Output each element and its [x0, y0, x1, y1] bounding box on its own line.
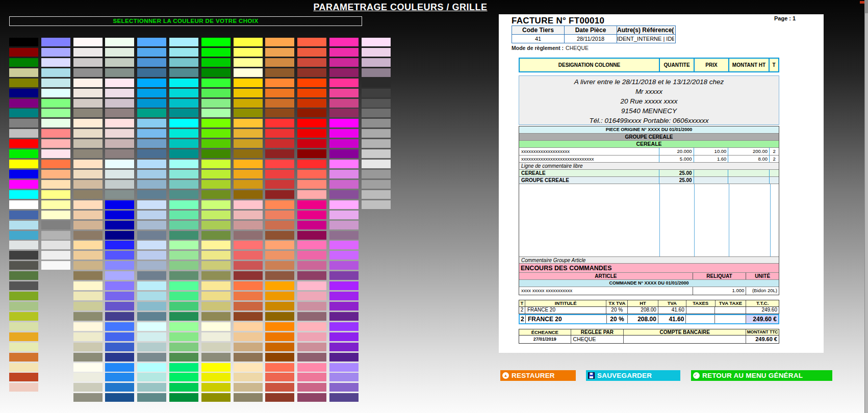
color-swatch[interactable]	[137, 99, 166, 108]
color-swatch[interactable]	[169, 170, 198, 178]
color-swatch[interactable]	[137, 48, 166, 57]
color-swatch[interactable]	[169, 48, 198, 57]
color-swatch[interactable]	[137, 200, 166, 209]
color-swatch[interactable]	[265, 292, 294, 300]
color-swatch[interactable]	[137, 292, 166, 300]
color-swatch[interactable]	[9, 119, 38, 127]
color-swatch[interactable]	[9, 89, 38, 97]
color-swatch[interactable]	[105, 221, 134, 229]
color-swatch[interactable]	[234, 393, 263, 402]
color-swatch[interactable]	[234, 373, 263, 381]
color-swatch[interactable]	[362, 190, 391, 199]
color-swatch[interactable]	[201, 119, 231, 127]
color-swatch[interactable]	[329, 292, 359, 300]
color-swatch[interactable]	[73, 251, 103, 260]
color-swatch[interactable]	[265, 190, 294, 199]
color-swatch[interactable]	[105, 160, 134, 168]
color-swatch[interactable]	[137, 261, 166, 270]
color-swatch[interactable]	[169, 271, 198, 280]
color-swatch[interactable]	[169, 149, 198, 158]
color-swatch[interactable]	[234, 292, 263, 300]
color-swatch[interactable]	[73, 343, 103, 351]
color-swatch[interactable]	[234, 363, 263, 372]
color-swatch[interactable]	[137, 353, 166, 362]
color-swatch[interactable]	[329, 139, 359, 148]
color-swatch[interactable]	[201, 332, 231, 341]
color-swatch[interactable]	[265, 393, 294, 402]
color-swatch[interactable]	[201, 322, 231, 331]
color-swatch[interactable]	[234, 383, 263, 392]
color-swatch[interactable]	[105, 170, 134, 178]
color-swatch[interactable]	[329, 160, 359, 168]
color-swatch[interactable]	[9, 190, 38, 199]
color-swatch[interactable]	[297, 363, 326, 372]
color-swatch[interactable]	[201, 68, 231, 77]
color-swatch[interactable]	[265, 170, 294, 178]
color-swatch[interactable]	[362, 180, 391, 189]
color-swatch[interactable]	[73, 281, 103, 290]
color-swatch[interactable]	[137, 38, 166, 46]
color-swatch[interactable]	[201, 281, 231, 290]
color-swatch[interactable]	[73, 261, 103, 270]
color-swatch[interactable]	[73, 149, 103, 158]
color-swatch[interactable]	[73, 160, 103, 168]
color-swatch[interactable]	[9, 241, 38, 249]
color-swatch[interactable]	[329, 261, 359, 270]
color-swatch[interactable]	[105, 58, 134, 67]
color-swatch[interactable]	[73, 393, 103, 402]
color-swatch[interactable]	[73, 119, 103, 127]
color-swatch[interactable]	[9, 200, 38, 209]
color-swatch[interactable]	[169, 251, 198, 260]
color-swatch[interactable]	[201, 251, 231, 260]
color-swatch[interactable]	[362, 58, 391, 67]
color-swatch[interactable]	[41, 231, 70, 240]
color-swatch[interactable]	[297, 231, 326, 240]
color-swatch[interactable]	[234, 129, 263, 138]
color-swatch[interactable]	[329, 200, 359, 209]
color-swatch[interactable]	[137, 190, 166, 199]
color-swatch[interactable]	[73, 58, 103, 67]
color-swatch[interactable]	[41, 241, 70, 249]
color-swatch[interactable]	[9, 170, 38, 178]
color-swatch[interactable]	[41, 200, 70, 209]
color-swatch[interactable]	[329, 353, 359, 362]
color-swatch[interactable]	[201, 89, 231, 97]
color-swatch[interactable]	[169, 332, 198, 341]
color-swatch[interactable]	[297, 58, 326, 67]
color-swatch[interactable]	[329, 332, 359, 341]
color-swatch[interactable]	[265, 180, 294, 189]
color-swatch[interactable]	[297, 281, 326, 290]
color-swatch[interactable]	[297, 271, 326, 280]
color-swatch[interactable]	[234, 149, 263, 158]
color-swatch[interactable]	[137, 332, 166, 341]
color-swatch[interactable]	[137, 322, 166, 331]
color-swatch[interactable]	[73, 170, 103, 178]
color-swatch[interactable]	[73, 129, 103, 138]
color-swatch[interactable]	[9, 251, 38, 260]
color-swatch[interactable]	[169, 221, 198, 229]
color-swatch[interactable]	[169, 129, 198, 138]
color-swatch[interactable]	[169, 109, 198, 117]
color-swatch[interactable]	[105, 109, 134, 117]
color-swatch[interactable]	[362, 160, 391, 168]
color-swatch[interactable]	[265, 353, 294, 362]
color-swatch[interactable]	[9, 129, 38, 138]
color-swatch[interactable]	[137, 149, 166, 158]
color-swatch[interactable]	[169, 302, 198, 311]
color-swatch[interactable]	[73, 190, 103, 199]
color-swatch[interactable]	[234, 119, 263, 127]
color-swatch[interactable]	[234, 211, 263, 219]
color-swatch[interactable]	[297, 139, 326, 148]
color-swatch[interactable]	[265, 99, 294, 108]
color-swatch[interactable]	[297, 373, 326, 381]
color-swatch[interactable]	[73, 180, 103, 189]
color-swatch[interactable]	[105, 231, 134, 240]
color-swatch[interactable]	[329, 373, 359, 381]
color-swatch[interactable]	[329, 149, 359, 158]
color-swatch[interactable]	[137, 302, 166, 311]
color-swatch[interactable]	[73, 292, 103, 300]
color-swatch[interactable]	[41, 221, 70, 229]
color-swatch[interactable]	[137, 231, 166, 240]
color-swatch[interactable]	[234, 353, 263, 362]
color-swatch[interactable]	[169, 180, 198, 189]
